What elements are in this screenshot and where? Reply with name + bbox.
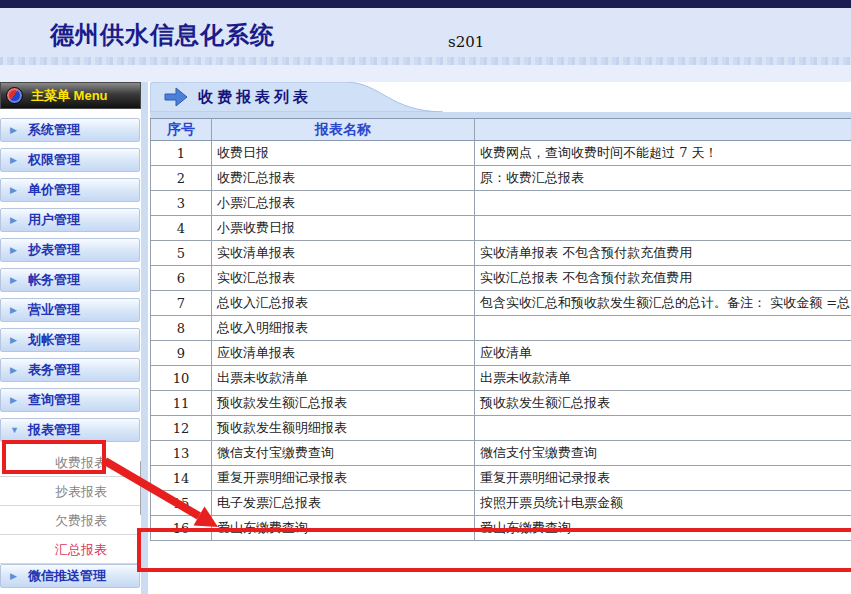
row-number: 14 [151, 466, 212, 491]
sidebar-item-transfer-mgmt[interactable]: ▶划帐管理 [0, 328, 140, 352]
row-number: 4 [151, 216, 212, 241]
table-row[interactable]: 8总收入明细报表 [151, 316, 851, 341]
sidebar-item-system-mgmt[interactable]: ▶系统管理 [0, 118, 140, 142]
report-note: 爱山东缴费查询 [475, 516, 851, 541]
chevron-right-icon: ▶ [10, 359, 17, 381]
report-note: 预收款发生额汇总报表 [475, 391, 851, 416]
sidebar-item-wechat-push-mgmt[interactable]: ▶微信推送管理 [0, 564, 140, 588]
report-name[interactable]: 爱山东缴费查询 [212, 516, 475, 541]
table-row[interactable]: 16爱山东缴费查询爱山东缴费查询 [151, 516, 851, 541]
sidebar-item-query-mgmt[interactable]: ▶查询管理 [0, 388, 140, 412]
table-row[interactable]: 13微信支付宝缴费查询微信支付宝缴费查询 [151, 441, 851, 466]
sidebar-item-unit-price-mgmt[interactable]: ▶单价管理 [0, 178, 140, 202]
report-note: 实收清单报表 不包含预付款充值费用 [475, 241, 851, 266]
chevron-right-icon: ▶ [10, 149, 17, 171]
sidebar-item-label: 帐务管理 [28, 269, 80, 291]
row-number: 5 [151, 241, 212, 266]
row-number: 12 [151, 416, 212, 441]
report-name[interactable]: 实收清单报表 [212, 241, 475, 266]
chevron-right-icon: ▶ [10, 179, 17, 201]
report-note [475, 416, 851, 441]
report-name[interactable]: 收费汇总报表 [212, 166, 475, 191]
sidebar-item-label: 抄表管理 [28, 239, 80, 261]
sidebar-right-strip [141, 82, 148, 594]
tab-fee-report-list: 收费报表列表 [150, 82, 450, 112]
report-name[interactable]: 实收汇总报表 [212, 266, 475, 291]
chevron-right-icon: ▶ [10, 269, 17, 291]
sidebar-item-label: 表务管理 [28, 359, 80, 381]
row-number: 2 [151, 166, 212, 191]
table-row[interactable]: 7总收入汇总报表包含实收汇总和预收款发生额汇总的总计。备注： 实收金额 =总 [151, 291, 851, 316]
column-header-number: 序号 [151, 119, 212, 141]
table-row[interactable]: 6实收汇总报表实收汇总报表 不包含预付款充值费用 [151, 266, 851, 291]
report-table-body: 1收费日报收费网点，查询收费时间不能超过 7 天！2收费汇总报表原：收费汇总报表… [151, 141, 851, 541]
sidebar-item-label: 查询管理 [28, 389, 80, 411]
report-name[interactable]: 出票未收款清单 [212, 366, 475, 391]
report-note: 重复开票明细记录报表 [475, 466, 851, 491]
sidebar-subitem-meter-reading-report[interactable]: 抄表报表 [0, 477, 140, 506]
report-table: 序号 报表名称 1收费日报收费网点，查询收费时间不能超过 7 天！2收费汇总报表… [150, 118, 851, 541]
sidebar-subitem-summary-report[interactable]: 汇总报表 [0, 535, 140, 564]
sidebar-subitem-arrears-report[interactable]: 欠费报表 [0, 506, 140, 535]
top-navy-bar [0, 0, 851, 8]
session-code: s201 [448, 33, 484, 51]
sidebar-item-label: 用户管理 [28, 209, 80, 231]
report-note [475, 216, 851, 241]
sidebar-item-business-mgmt[interactable]: ▶营业管理 [0, 298, 140, 322]
table-row[interactable]: 12预收款发生额明细报表 [151, 416, 851, 441]
sidebar-item-permission-mgmt[interactable]: ▶权限管理 [0, 148, 140, 172]
sidebar-item-label: 权限管理 [28, 149, 80, 171]
table-row[interactable]: 3小票汇总报表 [151, 191, 851, 216]
report-note: 原：收费汇总报表 [475, 166, 851, 191]
row-number: 9 [151, 341, 212, 366]
table-row[interactable]: 5实收清单报表实收清单报表 不包含预付款充值费用 [151, 241, 851, 266]
menu-logo-icon [6, 87, 23, 104]
report-name[interactable]: 总收入汇总报表 [212, 291, 475, 316]
row-number: 7 [151, 291, 212, 316]
table-row[interactable]: 14重复开票明细记录报表重复开票明细记录报表 [151, 466, 851, 491]
row-number: 13 [151, 441, 212, 466]
sidebar-item-meter-reading-mgmt[interactable]: ▶抄表管理 [0, 238, 140, 262]
report-name[interactable]: 总收入明细报表 [212, 316, 475, 341]
chevron-right-icon: ▶ [10, 299, 17, 321]
sidebar-item-label: 系统管理 [28, 119, 80, 141]
report-name[interactable]: 收费日报 [212, 141, 475, 166]
table-row[interactable]: 1收费日报收费网点，查询收费时间不能超过 7 天！ [151, 141, 851, 166]
chevron-right-icon: ▶ [10, 209, 17, 231]
sidebar-menu-header: 主菜单 Menu [0, 82, 141, 109]
sidebar-item-meter-mgmt[interactable]: ▶表务管理 [0, 358, 140, 382]
report-name[interactable]: 小票收费日报 [212, 216, 475, 241]
row-number: 3 [151, 191, 212, 216]
row-number: 10 [151, 366, 212, 391]
sidebar-item-account-mgmt[interactable]: ▶帐务管理 [0, 268, 140, 292]
sidebar-item-user-mgmt[interactable]: ▶用户管理 [0, 208, 140, 232]
row-number: 6 [151, 266, 212, 291]
report-note [475, 191, 851, 216]
table-row[interactable]: 11预收款发生额汇总报表预收款发生额汇总报表 [151, 391, 851, 416]
chevron-right-icon: ▶ [10, 239, 17, 261]
sidebar-menu-header-label: 主菜单 Menu [31, 88, 108, 103]
table-row[interactable]: 10出票未收款清单出票未收款清单 [151, 366, 851, 391]
sidebar-item-report-mgmt[interactable]: ▼报表管理 [0, 418, 140, 442]
app-title: 德州供水信息化系统 [50, 19, 275, 51]
sidebar-subitem-fee-report[interactable]: 收费报表 [0, 448, 140, 477]
report-name[interactable]: 重复开票明细记录报表 [212, 466, 475, 491]
report-name[interactable]: 预收款发生额明细报表 [212, 416, 475, 441]
report-name[interactable]: 小票汇总报表 [212, 191, 475, 216]
sidebar-item-label: 划帐管理 [28, 329, 80, 351]
table-row[interactable]: 15电子发票汇总报表按照开票员统计电票金额 [151, 491, 851, 516]
report-name[interactable]: 微信支付宝缴费查询 [212, 441, 475, 466]
report-name[interactable]: 电子发票汇总报表 [212, 491, 475, 516]
chevron-right-icon: ▶ [10, 119, 17, 141]
report-name[interactable]: 预收款发生额汇总报表 [212, 391, 475, 416]
report-note: 实收汇总报表 不包含预付款充值费用 [475, 266, 851, 291]
report-name[interactable]: 应收清单报表 [212, 341, 475, 366]
table-row[interactable]: 2收费汇总报表原：收费汇总报表 [151, 166, 851, 191]
row-number: 15 [151, 491, 212, 516]
report-note: 应收清单 [475, 341, 851, 366]
table-row[interactable]: 9应收清单报表应收清单 [151, 341, 851, 366]
chevron-right-icon: ▶ [10, 389, 17, 411]
sidebar-item-label: 单价管理 [28, 179, 80, 201]
table-row[interactable]: 4小票收费日报 [151, 216, 851, 241]
tab-arrow-icon [164, 85, 188, 109]
